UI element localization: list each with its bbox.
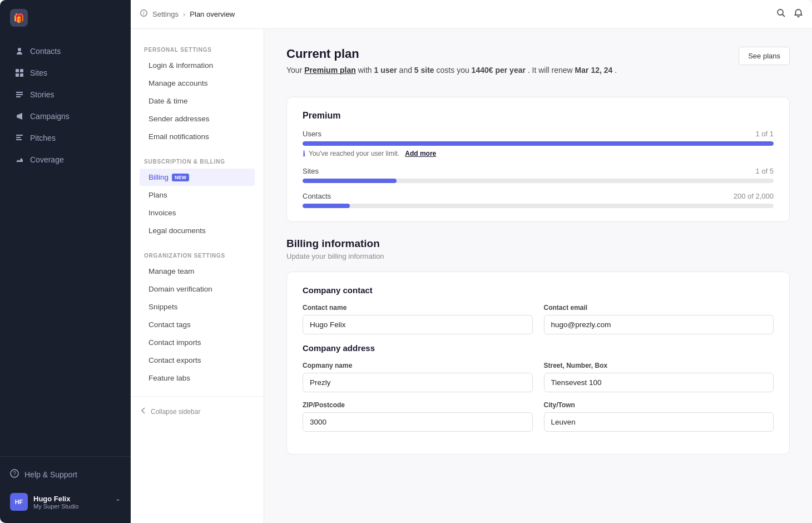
svg-rect-2 — [16, 73, 19, 77]
sites-label: Sites — [303, 167, 319, 175]
sidebar-item-stories[interactable]: Stories — [4, 84, 126, 105]
search-icon[interactable] — [776, 8, 786, 21]
sidebar-item-contact-exports[interactable]: Contact exports — [140, 352, 255, 369]
sites-label: Sites — [30, 68, 47, 77]
sidebar-item-feature-labs[interactable]: Feature labs — [140, 369, 255, 387]
sidebar-item-email-notifications[interactable]: Email notifications — [140, 128, 255, 145]
plan-name-link[interactable]: Premium plan — [304, 66, 356, 75]
add-more-link[interactable]: Add more — [405, 150, 436, 157]
contacts-icon — [14, 46, 24, 56]
company-name-input[interactable] — [303, 373, 533, 392]
help-support-item[interactable]: ? Help & Support — [4, 463, 126, 485]
nav-items: Contacts Sites Stories Campaigns — [0, 36, 131, 456]
sidebar-item-campaigns[interactable]: Campaigns — [4, 106, 126, 127]
campaigns-icon — [14, 111, 24, 121]
plan-text-and: and — [399, 66, 414, 75]
city-input[interactable] — [544, 412, 774, 432]
company-name-label: Copmany name — [303, 362, 533, 369]
notification-icon[interactable] — [794, 8, 803, 21]
page-title: Current plan — [286, 47, 617, 61]
sidebar-item-sender-addresses[interactable]: Sender addresses — [140, 110, 255, 127]
help-icon: ? — [10, 469, 19, 480]
svg-rect-0 — [16, 69, 19, 72]
see-plans-button[interactable]: See plans — [739, 47, 790, 65]
sites-progress-fill — [303, 179, 397, 183]
plan-text-with: with — [358, 66, 374, 75]
sidebar-item-billing[interactable]: Billing NEW — [140, 169, 255, 186]
plan-card-title: Premium — [303, 111, 774, 121]
user-name: Hugo Felix — [33, 495, 110, 503]
sidebar-item-coverage[interactable]: Coverage — [4, 149, 126, 170]
sidebar-item-contacts[interactable]: Contacts — [4, 41, 126, 62]
sidebar-item-login[interactable]: Login & information — [140, 57, 255, 74]
contact-email-label: Contact email — [544, 304, 774, 312]
user-info: Hugo Felix My Super Studio — [33, 495, 110, 510]
sidebar-item-contact-imports[interactable]: Contact imports — [140, 334, 255, 351]
street-label: Street, Number, Box — [544, 362, 774, 369]
street-input[interactable] — [544, 373, 774, 392]
main-content: Current plan Your Premium plan with 1 us… — [264, 29, 812, 523]
sidebar-item-snippets[interactable]: Snippets — [140, 298, 255, 315]
breadcrumb-current: Plan overview — [190, 10, 235, 18]
sidebar-item-pitches[interactable]: Pitches — [4, 127, 126, 149]
users-warning-msg: ℹ You've reached your user limit. Add mo… — [303, 149, 774, 158]
billing-section-title: Billing information — [286, 238, 790, 250]
stories-label: Stories — [30, 90, 55, 99]
contacts-label: Contacts — [303, 192, 331, 200]
contacts-label: Contacts — [30, 47, 61, 56]
sites-count: 5 site — [414, 66, 434, 75]
sidebar-item-legal[interactable]: Legal documents — [140, 222, 255, 239]
contact-name-group: Contact name — [303, 304, 533, 334]
collapse-icon — [140, 407, 147, 416]
user-studio: My Super Studio — [33, 503, 110, 510]
users-count: 1 user — [374, 66, 397, 75]
plan-text-prefix: Your — [286, 66, 302, 75]
personal-section-label: PERSONAL SETTINGS — [135, 38, 259, 56]
contact-name-label: Contact name — [303, 304, 533, 312]
zip-input[interactable] — [303, 412, 533, 432]
sites-value: 1 of 5 — [755, 167, 774, 175]
users-progress-fill — [303, 141, 774, 146]
contact-email-input[interactable] — [544, 315, 774, 334]
top-bar-right — [776, 8, 803, 21]
svg-line-7 — [783, 14, 785, 17]
collapse-sidebar-btn[interactable]: Collapse sidebar — [135, 403, 259, 420]
contacts-metric: Contacts 200 of 2,000 — [303, 192, 774, 208]
address-row-1: Copmany name Street, Number, Box — [303, 362, 774, 392]
sidebar-item-manage-team[interactable]: Manage team — [140, 263, 255, 280]
sidebar-item-plans[interactable]: Plans — [140, 186, 255, 204]
plan-text-costs: costs you — [437, 66, 472, 75]
sidebar-item-sites[interactable]: Sites — [4, 62, 126, 83]
address-row-2: ZIP/Postcode City/Town — [303, 401, 774, 432]
contact-row: Contact name Contact email — [303, 304, 774, 334]
sidebar-item-invoices[interactable]: Invoices — [140, 204, 255, 221]
contacts-progress-bg — [303, 204, 774, 208]
settings-sidebar: PERSONAL SETTINGS Login & information Ma… — [131, 29, 264, 523]
sites-icon — [14, 68, 24, 78]
contacts-value: 200 of 2,000 — [734, 192, 774, 200]
coverage-label: Coverage — [30, 155, 64, 164]
sidebar-item-domain-verification[interactable]: Domain verification — [140, 280, 255, 298]
user-profile-item[interactable]: HF Hugo Felix My Super Studio ⌃ — [4, 487, 126, 516]
sidebar-item-date-time[interactable]: Date & time — [140, 92, 255, 110]
top-bar-left: Settings › Plan overview — [140, 9, 235, 19]
city-group: City/Town — [544, 401, 774, 432]
pitches-icon — [14, 133, 24, 143]
nav-bottom: ? Help & Support HF Hugo Felix My Super … — [0, 456, 131, 523]
sidebar-item-contact-tags[interactable]: Contact tags — [140, 316, 255, 333]
help-label: Help & Support — [24, 470, 77, 479]
chevron-up-icon: ⌃ — [115, 498, 121, 506]
sidebar-item-manage-accounts[interactable]: Manage accounts — [140, 75, 255, 92]
breadcrumb-separator: › — [183, 10, 185, 18]
users-warning-text: You've reached your user limit. — [309, 150, 399, 157]
avatar: HF — [10, 493, 28, 511]
collapse-label: Collapse sidebar — [151, 408, 200, 416]
campaigns-label: Campaigns — [30, 112, 70, 121]
sites-metric: Sites 1 of 5 — [303, 167, 774, 183]
street-group: Street, Number, Box — [544, 362, 774, 392]
city-label: City/Town — [544, 401, 774, 409]
contact-name-input[interactable] — [303, 315, 533, 334]
svg-rect-1 — [20, 69, 23, 72]
left-nav: 🎁 Contacts Sites Stories — [0, 0, 131, 523]
svg-rect-3 — [20, 73, 23, 77]
